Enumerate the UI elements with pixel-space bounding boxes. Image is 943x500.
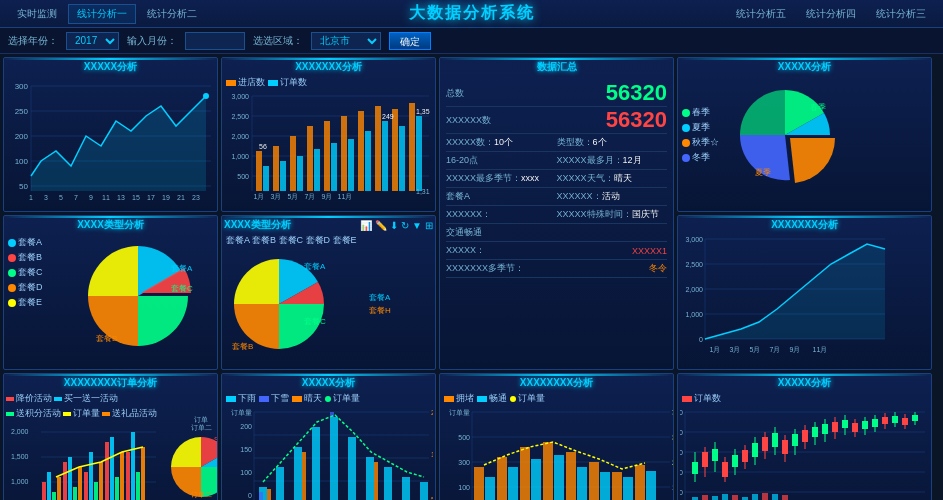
svg-rect-151 bbox=[259, 492, 263, 500]
svg-text:9月: 9月 bbox=[790, 346, 801, 353]
svg-text:3,000: 3,000 bbox=[685, 236, 703, 243]
promo-price: 降价活动 bbox=[6, 392, 52, 405]
svg-rect-224 bbox=[762, 437, 768, 451]
svg-rect-246 bbox=[872, 419, 878, 427]
tab-stat5[interactable]: 统计分析五 bbox=[727, 4, 795, 24]
svg-rect-50 bbox=[348, 139, 354, 191]
summary-row-4: 套餐A XXXXXX：活动 bbox=[446, 188, 667, 206]
promo-gift: 送礼品活动 bbox=[102, 407, 157, 420]
svg-rect-36 bbox=[273, 146, 279, 191]
download-icon[interactable]: ⬇ bbox=[390, 220, 398, 231]
svg-text:3月: 3月 bbox=[730, 346, 741, 353]
panel7-title: XXXXXXX分析 bbox=[680, 218, 929, 232]
summary-total-row: 总数 56320 bbox=[446, 80, 667, 107]
tab-stat3[interactable]: 统计分析三 bbox=[867, 4, 935, 24]
filter-icon[interactable]: ▼ bbox=[412, 220, 422, 231]
svg-text:3,000: 3,000 bbox=[231, 93, 249, 100]
year-select[interactable]: 2017 2018 2016 bbox=[66, 32, 119, 50]
season-autumn: 秋季☆ bbox=[682, 136, 719, 149]
svg-rect-153 bbox=[267, 489, 271, 500]
svg-rect-111 bbox=[110, 437, 114, 500]
tab-stat2[interactable]: 统计分析二 bbox=[138, 4, 206, 24]
panel-channel: XXXXXXXX分析 拥堵 畅通 订单量 订单量 500 300 100 bbox=[439, 373, 674, 500]
panel-bar-line: XXXXXXX分析 进店数 订单数 3,000 2,500 2,000 1,00… bbox=[221, 57, 436, 212]
tab-line1[interactable]: 线计分析一 bbox=[68, 4, 136, 24]
bar-line-chart: 3,000 2,500 2,000 1,000 500 bbox=[224, 91, 433, 206]
svg-rect-117 bbox=[141, 447, 145, 500]
svg-rect-106 bbox=[84, 472, 88, 500]
panel6-title: XXXX类型分析 bbox=[224, 218, 291, 232]
svg-rect-218 bbox=[732, 455, 738, 467]
svg-rect-146 bbox=[348, 437, 356, 500]
grid-icon[interactable]: ⊞ bbox=[425, 220, 433, 231]
svg-text:订单量: 订单量 bbox=[231, 409, 252, 416]
summary-row-5: XXXXXX： XXXXX特殊时间：国庆节 bbox=[446, 206, 667, 224]
panel-seasons-pie: XXXXX分析 春季 夏季 秋季☆ 冬季 bbox=[677, 57, 932, 212]
edit-icon[interactable]: ✏️ bbox=[375, 220, 387, 231]
svg-rect-175 bbox=[566, 452, 576, 500]
svg-rect-107 bbox=[89, 452, 93, 500]
svg-rect-181 bbox=[531, 459, 541, 500]
svg-text:1,35: 1,35 bbox=[416, 108, 430, 115]
svg-rect-105 bbox=[78, 467, 82, 500]
svg-rect-114 bbox=[126, 452, 130, 500]
meal-list-labels: 套餐A 套餐B 套餐C 套餐D 套餐E bbox=[224, 234, 433, 249]
svg-text:400: 400 bbox=[680, 409, 683, 416]
svg-rect-250 bbox=[892, 416, 898, 423]
confirm-button[interactable]: 确定 bbox=[389, 32, 431, 50]
svg-rect-185 bbox=[623, 477, 633, 500]
seasons-pie-chart: 春季 夏季 bbox=[725, 80, 845, 190]
candle-chart: 400 350 300 250 200 bbox=[680, 407, 929, 500]
svg-rect-256 bbox=[702, 495, 708, 500]
refresh-icon[interactable]: ↻ bbox=[401, 220, 409, 231]
svg-text:100: 100 bbox=[15, 157, 29, 166]
svg-text:ST单: ST单 bbox=[214, 436, 218, 443]
tab-realtime[interactable]: 实时监测 bbox=[8, 4, 66, 24]
svg-text:200: 200 bbox=[680, 489, 683, 496]
svg-rect-143 bbox=[294, 447, 302, 500]
svg-rect-155 bbox=[374, 462, 378, 500]
svg-text:15: 15 bbox=[132, 194, 140, 201]
svg-text:100: 100 bbox=[240, 469, 252, 476]
region-select[interactable]: 北京市 上海市 bbox=[311, 32, 381, 50]
svg-text:套餐C: 套餐C bbox=[171, 284, 193, 293]
svg-text:300: 300 bbox=[680, 449, 683, 456]
svg-rect-228 bbox=[782, 440, 788, 454]
channel-legend: 拥堵 畅通 订单量 bbox=[442, 392, 671, 405]
svg-rect-263 bbox=[772, 494, 778, 500]
channel-chart: 订单量 500 300 100 车流量 300 bbox=[442, 407, 674, 500]
svg-text:249: 249 bbox=[382, 113, 394, 120]
line-chart-1: 300 250 200 100 50 1 3 5 7 9 11 13 15 17… bbox=[6, 76, 215, 206]
summary-row-1: XXXXX数：10个 类型数：6个 bbox=[446, 134, 667, 152]
legend-visits: 进店数 bbox=[226, 76, 265, 89]
svg-rect-180 bbox=[508, 467, 518, 500]
legend-visits-label: 进店数 bbox=[238, 76, 265, 89]
svg-rect-149 bbox=[402, 477, 410, 500]
weather-chart: 订单量 200 150 100 0 25° 15° 5° bbox=[224, 407, 433, 500]
svg-text:0: 0 bbox=[699, 336, 703, 343]
svg-rect-52 bbox=[382, 121, 388, 191]
nav-right: 统计分析五 统计分析四 统计分析三 bbox=[727, 4, 935, 24]
panel-weather: XXXXX分析 下雨 下雪 晴天 订单量 订单量 200 150 100 0 2… bbox=[221, 373, 436, 500]
month-input[interactable] bbox=[185, 32, 245, 50]
svg-text:5月: 5月 bbox=[750, 346, 761, 353]
svg-text:300: 300 bbox=[458, 459, 470, 466]
svg-rect-216 bbox=[722, 462, 728, 477]
panel-stock: XXXXX分析 订单数 400 350 300 250 200 bbox=[677, 373, 932, 500]
svg-rect-144 bbox=[312, 427, 320, 500]
tab-stat4[interactable]: 统计分析四 bbox=[797, 4, 865, 24]
svg-rect-51 bbox=[365, 131, 371, 191]
svg-text:订单二: 订单二 bbox=[191, 424, 212, 431]
svg-rect-178 bbox=[635, 465, 645, 500]
svg-rect-109 bbox=[99, 462, 103, 500]
svg-rect-262 bbox=[762, 493, 768, 500]
svg-text:车流量: 车流量 bbox=[672, 409, 674, 416]
svg-text:500: 500 bbox=[458, 434, 470, 441]
chart-icon[interactable]: 📊 bbox=[360, 220, 372, 231]
panel-line2: XXXX类型分析 📊 ✏️ ⬇ ↻ ▼ ⊞ 套餐A 套餐B 套餐C 套餐D 套餐… bbox=[221, 215, 436, 370]
svg-rect-154 bbox=[302, 452, 306, 500]
svg-rect-183 bbox=[577, 467, 587, 500]
svg-text:7: 7 bbox=[74, 194, 78, 201]
svg-rect-147 bbox=[366, 457, 374, 500]
svg-text:2,000: 2,000 bbox=[11, 428, 29, 435]
